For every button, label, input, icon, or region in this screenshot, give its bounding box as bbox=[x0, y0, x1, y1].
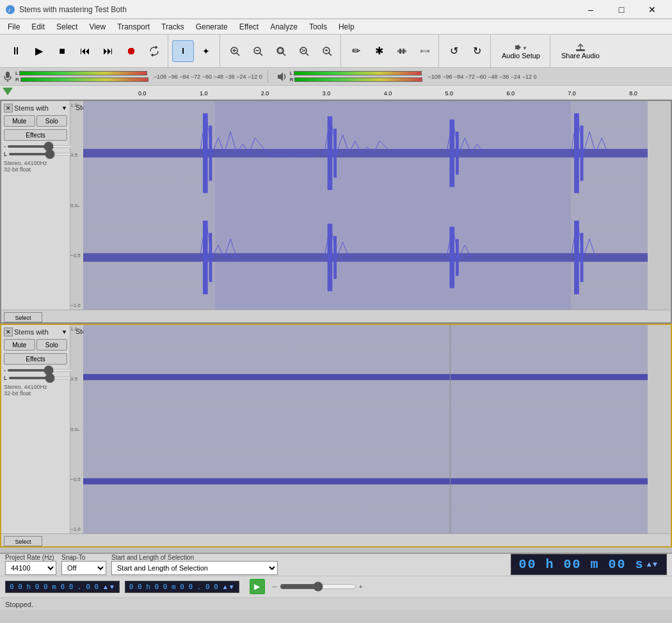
maximize-button[interactable]: □ bbox=[607, 0, 636, 19]
undo-button[interactable]: ↺ bbox=[443, 40, 465, 62]
svg-rect-23 bbox=[515, 45, 518, 49]
track-1-pan-row: L R bbox=[4, 151, 67, 157]
menu-transport[interactable]: Transport bbox=[112, 21, 155, 33]
time-input-2[interactable] bbox=[129, 583, 222, 591]
svg-rect-59 bbox=[215, 205, 571, 310]
time-display-arrow[interactable]: ▲▼ bbox=[647, 560, 659, 569]
loop-button[interactable] bbox=[143, 40, 165, 62]
record-button[interactable]: ⏺ bbox=[120, 40, 142, 62]
skip-back-button[interactable]: ⏮ bbox=[74, 40, 96, 62]
track-2-mute-button[interactable]: Mute bbox=[4, 339, 35, 351]
zoom-toggle-button[interactable] bbox=[316, 40, 338, 62]
input-meter-bar: L R −108 −96 −84 −72 −60 −48 −36 −24 −12… bbox=[0, 68, 672, 86]
svg-rect-38 bbox=[209, 125, 212, 180]
track-1-info: Stereo, 44100Hz32-bit float bbox=[4, 160, 67, 173]
project-rate-group: Project Rate (Hz) 44100 48000 96000 bbox=[5, 554, 56, 575]
track-2-solo-button[interactable]: Solo bbox=[36, 339, 68, 351]
svg-line-10 bbox=[283, 52, 286, 56]
svg-rect-44 bbox=[580, 125, 584, 180]
bottom-controls-top: Project Rate (Hz) 44100 48000 96000 Snap… bbox=[0, 554, 672, 576]
track-1-solo-button[interactable]: Solo bbox=[36, 115, 68, 127]
zoom-fit-button[interactable] bbox=[293, 40, 315, 62]
bottom-bar: Project Rate (Hz) 44100 48000 96000 Snap… bbox=[0, 553, 672, 597]
play-cursor-icon bbox=[3, 88, 13, 95]
track-1-effects-button[interactable]: Effects bbox=[4, 129, 67, 141]
track-2-select-button[interactable]: Select bbox=[4, 536, 42, 546]
track-1-waveform[interactable]: Stems with mastering Test Both 1.0 0.5 0… bbox=[70, 101, 671, 310]
speed-slider[interactable] bbox=[280, 581, 356, 592]
trim-button[interactable] bbox=[391, 40, 413, 62]
svg-rect-28 bbox=[6, 72, 10, 78]
track-2-pan-left: L bbox=[4, 375, 7, 381]
timeline-ruler[interactable]: 0.0 1.0 2.0 3.0 4.0 5.0 6.0 7.0 8.0 bbox=[0, 86, 672, 100]
track-1-mute-button[interactable]: Mute bbox=[4, 115, 35, 127]
track-1-select-button[interactable]: Select bbox=[4, 312, 42, 322]
bottom-play-button[interactable]: ▶ bbox=[250, 579, 265, 594]
svg-rect-57 bbox=[574, 221, 579, 294]
time-input-2-arrows[interactable]: ▲▼ bbox=[222, 583, 235, 590]
menu-analyze[interactable]: Analyze bbox=[265, 21, 303, 33]
zoom-out-button[interactable] bbox=[247, 40, 269, 62]
skip-forward-button[interactable]: ⏭ bbox=[97, 40, 119, 62]
silence-button[interactable] bbox=[414, 40, 436, 62]
status-text: Stopped. bbox=[5, 601, 33, 608]
svg-rect-45 bbox=[215, 101, 571, 205]
track-2-controls: ✕ Stems with ▼ Mute Solo Effects - + L bbox=[1, 325, 70, 533]
time-input-1-arrows[interactable]: ▲▼ bbox=[102, 583, 115, 590]
menu-file[interactable]: File bbox=[3, 21, 25, 33]
snap-to-group: Snap-To Off Bar Beat bbox=[61, 554, 106, 575]
project-rate-select[interactable]: 44100 48000 96000 bbox=[5, 561, 56, 575]
window-title: Stems with mastering Test Both bbox=[19, 5, 576, 14]
multi-tool-button[interactable]: ✱ bbox=[368, 40, 390, 62]
track-2-pan-row: L R bbox=[4, 375, 67, 381]
track-2-arrow[interactable]: ▼ bbox=[61, 329, 67, 335]
share-audio-label: Share Audio bbox=[561, 52, 600, 59]
menu-select[interactable]: Select bbox=[51, 21, 83, 33]
track-1-close-button[interactable]: ✕ bbox=[4, 104, 13, 113]
audio-setup-button[interactable]: ▼ Audio Setup bbox=[495, 38, 547, 64]
play-button[interactable]: ▶ bbox=[28, 40, 50, 62]
snap-to-select[interactable]: Off Bar Beat bbox=[61, 561, 106, 575]
menu-tracks[interactable]: Tracks bbox=[156, 21, 189, 33]
menu-generate[interactable]: Generate bbox=[191, 21, 233, 33]
pause-button[interactable]: ⏸ bbox=[5, 40, 27, 62]
svg-line-3 bbox=[237, 52, 240, 56]
draw-tool-button[interactable]: ✏ bbox=[345, 40, 367, 62]
undo-group: ↺ ↻ bbox=[440, 35, 491, 67]
minimize-button[interactable]: – bbox=[576, 0, 605, 19]
speaker-icon bbox=[276, 71, 287, 83]
svg-rect-37 bbox=[203, 113, 208, 193]
track-2-effects-button[interactable]: Effects bbox=[4, 353, 67, 365]
selection-type-select[interactable]: Start and Length of Selection Start and … bbox=[111, 561, 278, 575]
envelope-tool-button[interactable]: ✦ bbox=[195, 40, 217, 62]
track-1-arrow[interactable]: ▼ bbox=[61, 105, 67, 111]
svg-rect-22 bbox=[422, 50, 428, 52]
zoom-in-button[interactable] bbox=[224, 40, 246, 62]
menu-tools[interactable]: Tools bbox=[304, 21, 332, 33]
menu-help[interactable]: Help bbox=[333, 21, 360, 33]
toolbar: ⏸ ▶ ■ ⏮ ⏭ ⏺ I ✦ ✏ ✱ bbox=[0, 35, 672, 68]
main-content: ✕ Stems with ▼ Mute Solo Effects - + L bbox=[0, 100, 672, 553]
redo-button[interactable]: ↻ bbox=[466, 40, 488, 62]
svg-line-7 bbox=[260, 52, 263, 56]
svg-rect-18 bbox=[397, 50, 406, 52]
selection-type-label: Start and Length of Selection bbox=[111, 554, 194, 561]
track-2-waveform[interactable]: Stems with mastering Test C5 Solo 1.0 0.… bbox=[70, 325, 671, 533]
track-2-name: Stems with bbox=[14, 328, 60, 336]
track-1-bottom-waveform-svg bbox=[83, 205, 648, 310]
track-1-top-waveform-svg bbox=[83, 101, 648, 205]
time-input-1[interactable] bbox=[10, 583, 102, 591]
menu-bar: File Edit Select View Transport Tracks G… bbox=[0, 19, 672, 35]
menu-edit[interactable]: Edit bbox=[26, 21, 50, 33]
selection-tool-button[interactable]: I bbox=[172, 40, 194, 62]
menu-effect[interactable]: Effect bbox=[234, 21, 264, 33]
share-audio-button[interactable]: Share Audio bbox=[554, 38, 607, 64]
mic-icon bbox=[3, 71, 13, 83]
menu-view[interactable]: View bbox=[84, 21, 111, 33]
close-button[interactable]: ✕ bbox=[637, 0, 667, 19]
svg-rect-64 bbox=[83, 374, 648, 381]
tool-group: I ✦ bbox=[170, 35, 220, 67]
track-2-close-button[interactable]: ✕ bbox=[4, 327, 13, 336]
stop-button[interactable]: ■ bbox=[51, 40, 73, 62]
zoom-sel-button[interactable] bbox=[270, 40, 292, 62]
